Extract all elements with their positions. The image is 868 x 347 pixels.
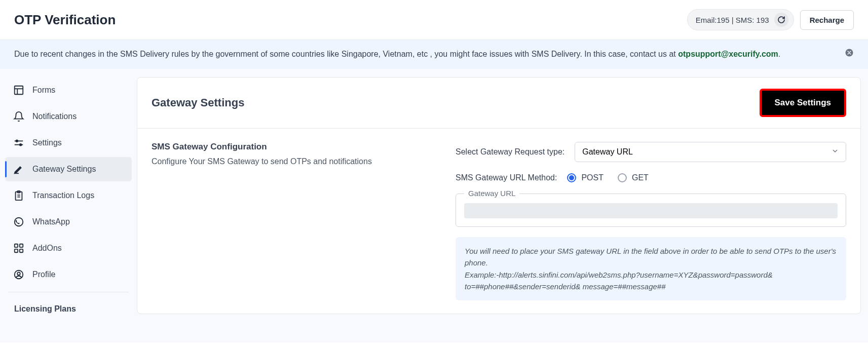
page-title: OTP Verification (14, 12, 116, 28)
user-icon (13, 269, 24, 280)
svg-rect-14 (15, 244, 18, 247)
radio-icon (618, 173, 627, 182)
card-body: SMS Gateway Configuration Configure Your… (137, 129, 860, 314)
body-wrap: Forms Notifications Settings Gateway Set… (0, 69, 868, 342)
info-line-1: You will need to place your SMS gateway … (465, 245, 837, 269)
svg-point-7 (20, 144, 22, 146)
sidebar-item-settings[interactable]: Settings (5, 131, 132, 155)
config-form: Select Gateway Request type: SMS Gateway… (456, 142, 846, 300)
radio-get[interactable]: GET (618, 173, 649, 182)
svg-rect-15 (20, 244, 23, 247)
sidebar: Forms Notifications Settings Gateway Set… (0, 69, 137, 342)
gateway-url-fieldset: Gateway URL (456, 194, 846, 227)
refresh-button[interactable] (774, 13, 788, 27)
card-title: Gateway Settings (152, 96, 244, 109)
credit-text: Email:195 | SMS: 193 (696, 16, 769, 24)
card-header: Gateway Settings Save Settings (137, 78, 860, 129)
gateway-info-box: You will need to place your SMS gateway … (456, 237, 846, 300)
sidebar-item-label: AddOns (32, 244, 62, 253)
header: OTP Verification Email:195 | SMS: 193 Re… (0, 0, 868, 40)
layout-icon (13, 85, 24, 96)
svg-rect-17 (20, 249, 23, 252)
clipboard-icon (13, 190, 24, 201)
sidebar-item-forms[interactable]: Forms (5, 78, 132, 102)
request-type-select[interactable] (575, 142, 846, 162)
sidebar-item-addons[interactable]: AddOns (5, 236, 132, 260)
svg-point-19 (17, 272, 20, 275)
close-icon (845, 48, 854, 57)
svg-rect-1 (15, 86, 23, 95)
svg-point-13 (15, 218, 23, 226)
sidebar-item-licensing-plans[interactable]: Licensing Plans (5, 297, 132, 321)
sidebar-item-whatsapp[interactable]: WhatsApp (5, 210, 132, 234)
svg-rect-16 (15, 249, 18, 252)
sidebar-divider (8, 292, 129, 292)
method-radio-group: POST GET (567, 173, 648, 182)
sliders-icon (13, 137, 24, 148)
sidebar-item-label: Settings (32, 138, 62, 147)
sidebar-item-notifications[interactable]: Notifications (5, 104, 132, 129)
radio-post-label: POST (581, 173, 603, 182)
config-description: SMS Gateway Configuration Configure Your… (152, 142, 435, 300)
sidebar-item-label: Transaction Logs (32, 191, 94, 200)
save-settings-button[interactable]: Save Settings (760, 89, 847, 117)
sidebar-item-profile[interactable]: Profile (5, 262, 132, 287)
alert-text: Due to recent changes in the SMS Deliver… (14, 50, 678, 58)
sidebar-item-label: Profile (32, 270, 55, 279)
bell-icon (13, 111, 24, 122)
alert-period: . (778, 50, 780, 58)
gateway-url-legend: Gateway URL (464, 189, 519, 198)
config-desc: Configure Your SMS Gateway to send OTPs … (152, 157, 435, 166)
alert-content: Due to recent changes in the SMS Deliver… (14, 48, 780, 60)
config-subtitle: SMS Gateway Configuration (152, 142, 435, 152)
main-content: Gateway Settings Save Settings SMS Gatew… (137, 69, 868, 342)
credit-badge: Email:195 | SMS: 193 (687, 9, 794, 30)
sidebar-item-label: Forms (32, 86, 55, 95)
pen-icon (13, 164, 24, 175)
sidebar-item-label: WhatsApp (32, 217, 70, 226)
recharge-button[interactable]: Recharge (800, 10, 854, 30)
radio-post[interactable]: POST (567, 173, 603, 182)
settings-card: Gateway Settings Save Settings SMS Gatew… (137, 77, 861, 314)
svg-point-6 (16, 140, 18, 142)
sidebar-item-label: Gateway Settings (32, 165, 96, 174)
info-line-2: Example:-http://alerts.sinfini.com/api/w… (465, 269, 837, 293)
grid-icon (13, 243, 24, 254)
request-type-row: Select Gateway Request type: (456, 142, 846, 162)
request-type-select-wrap (575, 142, 846, 162)
request-type-label: Select Gateway Request type: (456, 147, 564, 157)
radio-get-label: GET (632, 173, 649, 182)
alert-banner: Due to recent changes in the SMS Deliver… (0, 40, 868, 69)
alert-email-link[interactable]: otpsupport@xecurify.com (678, 50, 778, 58)
method-row: SMS Gateway URL Method: POST GET (456, 173, 846, 182)
header-actions: Email:195 | SMS: 193 Recharge (687, 9, 854, 30)
sidebar-item-transaction-logs[interactable]: Transaction Logs (5, 183, 132, 208)
refresh-icon (777, 16, 785, 24)
sidebar-item-gateway-settings[interactable]: Gateway Settings (5, 157, 132, 181)
sidebar-item-label: Notifications (32, 112, 77, 121)
whatsapp-icon (13, 216, 24, 227)
gateway-url-input[interactable] (464, 203, 838, 218)
method-label: SMS Gateway URL Method: (456, 173, 557, 182)
alert-close-button[interactable] (845, 48, 854, 61)
radio-icon (567, 173, 576, 182)
